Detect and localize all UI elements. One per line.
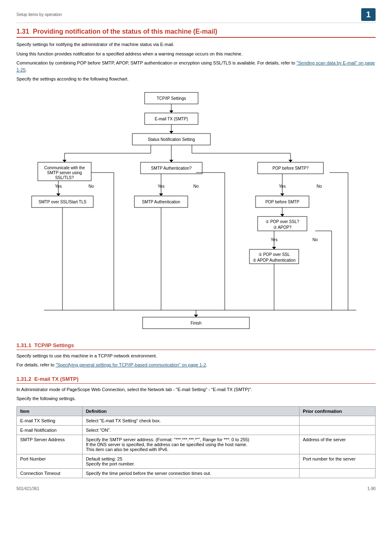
- section-badge: 1: [361, 8, 376, 21]
- para-1: Specify settings for notifying the admin…: [16, 41, 376, 48]
- table-header-item: Item: [17, 406, 83, 416]
- subsection-number-1312: 1.31.2: [16, 376, 31, 382]
- top-bar: Setup items by operation 1: [16, 8, 376, 23]
- subsection-1312-para-1: In Administrator mode of PageScope Web C…: [16, 386, 376, 393]
- svg-text:Finish: Finish: [191, 321, 202, 325]
- table-cell-item: Connection Timeout: [17, 468, 83, 478]
- table-row: E-mail Notification Select "ON".: [17, 425, 376, 435]
- table-cell-prior: [299, 468, 375, 478]
- table-cell-item: Port Number: [17, 454, 83, 468]
- footer-right: 1-90: [367, 486, 376, 491]
- svg-marker-7: [169, 131, 173, 134]
- table-cell-definition: Default setting: 25 Specify the port num…: [82, 454, 299, 468]
- settings-table: Item Definition Prior confirmation E-mai…: [16, 406, 376, 478]
- svg-text:② APOP Authentication: ② APOP Authentication: [253, 258, 295, 263]
- svg-text:SMTP Authentication: SMTP Authentication: [142, 200, 180, 204]
- svg-text:② APOP?: ② APOP?: [273, 225, 292, 230]
- para-4: Specify the settings according to the fo…: [16, 76, 376, 83]
- svg-text:No: No: [89, 184, 94, 189]
- svg-text:Status Notification Setting: Status Notification Setting: [148, 137, 195, 142]
- table-cell-prior: [299, 416, 375, 425]
- footer: 501/421/361 1-90: [16, 486, 376, 491]
- table-row: Connection Timeout Specify the time peri…: [17, 468, 376, 478]
- table-cell-prior: Address of the server: [299, 435, 375, 454]
- para-3: Communication by combining POP before SM…: [16, 60, 376, 73]
- subsection-heading-1311: TCP/IP Settings: [34, 342, 74, 348]
- table-cell-definition: Select "ON".: [82, 425, 299, 435]
- svg-text:No: No: [317, 184, 322, 189]
- table-row: E-mail TX Setting Select "E-mail TX Sett…: [17, 416, 376, 425]
- subsection-1311-para-2: For details, refer to "Specifying genera…: [16, 362, 376, 368]
- top-bar-left: Setup items by operation: [16, 12, 62, 17]
- svg-marker-15: [169, 160, 173, 162]
- table-cell-item: E-mail TX Setting: [17, 416, 83, 425]
- section-title: 1.31 Providing notification of the statu…: [16, 28, 376, 38]
- section-number: 1.31: [16, 28, 29, 35]
- svg-text:SMTP over SSL/Start TLS: SMTP over SSL/Start TLS: [39, 200, 87, 204]
- subsection-title-1312: 1.31.2 E-mail TX (SMTP): [16, 376, 376, 384]
- table-cell-item: E-mail Notification: [17, 425, 83, 435]
- subsection-1312-para-2: Specify the following settings.: [16, 395, 376, 402]
- table-row: SMTP Server Address Specify the SMTP ser…: [17, 435, 376, 454]
- svg-marker-30: [56, 193, 60, 196]
- svg-text:TCP/IP Settings: TCP/IP Settings: [157, 96, 186, 101]
- section-heading: Providing notification of the status of …: [33, 28, 217, 35]
- svg-marker-3: [169, 111, 173, 113]
- footer-left: 501/421/361: [16, 486, 39, 491]
- ref-link-2[interactable]: "Specifying general settings for TCP/IP-…: [55, 362, 206, 367]
- flowchart: TCP/IP Settings E-mail TX (SMTP) Status …: [19, 88, 373, 335]
- subsection-title-1311: 1.31.1 TCP/IP Settings: [16, 342, 376, 350]
- svg-marker-19: [288, 160, 293, 162]
- svg-text:SMTP Authentication?: SMTP Authentication?: [151, 166, 192, 170]
- svg-marker-71: [194, 315, 198, 317]
- para-2: Using this function provides notificatio…: [16, 51, 376, 58]
- svg-marker-40: [280, 193, 284, 196]
- subsection-1311-para-1: Specify settings to use this machine in …: [16, 352, 376, 359]
- svg-text:E-mail TX (SMTP): E-mail TX (SMTP): [155, 117, 188, 121]
- svg-text:No: No: [194, 184, 199, 189]
- table-cell-definition: Select "E-mail TX Setting" check box.: [82, 416, 299, 425]
- svg-marker-13: [62, 160, 67, 162]
- svg-text:① POP over SSL: ① POP over SSL: [258, 252, 290, 257]
- subsection-heading-1312: E-mail TX (SMTP): [34, 376, 78, 382]
- ref-link-1[interactable]: "Sending scan data by E-mail" on page 1-…: [16, 60, 375, 72]
- svg-text:SMTP server using: SMTP server using: [47, 170, 82, 175]
- svg-text:Communicate with the: Communicate with the: [44, 166, 85, 170]
- table-row: Port Number Default setting: 25 Specify …: [17, 454, 376, 468]
- svg-text:No: No: [313, 237, 318, 242]
- table-cell-prior: [299, 425, 375, 435]
- table-header-prior: Prior confirmation: [299, 406, 375, 416]
- svg-text:SSL/TLS?: SSL/TLS?: [55, 175, 74, 180]
- table-cell-prior: Port number for the server: [299, 454, 375, 468]
- svg-marker-35: [159, 193, 163, 196]
- table-cell-item: SMTP Server Address: [17, 435, 83, 454]
- svg-text:POP before SMTP?: POP before SMTP?: [272, 166, 309, 170]
- svg-text:① POP over SSL?: ① POP over SSL?: [265, 219, 300, 224]
- svg-marker-51: [280, 214, 284, 216]
- svg-text:POP before SMTP: POP before SMTP: [265, 200, 300, 204]
- svg-marker-57: [272, 247, 276, 249]
- table-header-definition: Definition: [82, 406, 299, 416]
- subsection-number-1311: 1.31.1: [16, 342, 31, 348]
- table-cell-definition: Specify the time period before the serve…: [82, 468, 299, 478]
- table-cell-definition: Specify the SMTP server address. (Format…: [82, 435, 299, 454]
